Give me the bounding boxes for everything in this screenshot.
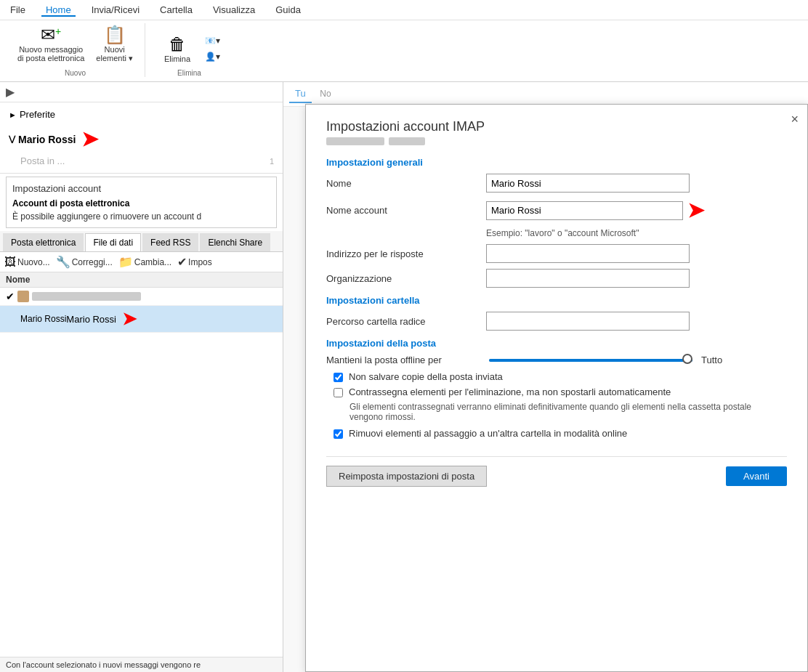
move-button[interactable]: 📧▾	[202, 34, 223, 47]
folder-label: Percorso cartella radice	[326, 316, 486, 327]
rules-button[interactable]: 👤▾	[202, 50, 223, 63]
list-item-2[interactable]: Mario Rossi Mario Rossi ➤	[0, 306, 283, 333]
account-icon-1	[17, 291, 29, 302]
preferiti-item[interactable]: ► Preferite	[0, 107, 283, 122]
new-message-icon: ✉+	[41, 26, 61, 44]
menu-bar: File Home Invia/Ricevi Cartella Visualiz…	[0, 0, 808, 20]
ribbon-group-nuovo-label: Nuovo	[65, 69, 86, 77]
slider-label: Mantieni la posta offline per	[326, 355, 486, 365]
cambia-btn[interactable]: 📁 Cambia...	[118, 255, 171, 269]
correggi-label: Correggi...	[72, 257, 113, 267]
list-item-1[interactable]: ✔	[0, 288, 283, 306]
checkbox-1-text: Non salvare copie della posta inviata	[349, 371, 503, 382]
nuovo-label: Nuovo...	[17, 257, 50, 267]
nome-row: Nome	[326, 174, 787, 193]
ribbon-group-nuovo: ✉+ Nuovo messaggiodi posta elettronica 📋…	[6, 23, 145, 77]
menu-invia-ricevi[interactable]: Invia/Ricevi	[87, 3, 144, 17]
menu-visualizza[interactable]: Visualizza	[209, 3, 259, 17]
sidebar-nav: ▶	[0, 82, 283, 102]
slider-fill	[489, 359, 692, 362]
delete-label: Elimina	[164, 54, 190, 63]
slider-row: Mantieni la posta offline per Tutto	[326, 355, 787, 365]
subtitle-blurred-2	[389, 137, 425, 145]
folder-input[interactable]	[486, 312, 690, 331]
next-button[interactable]: Avanti	[726, 466, 787, 486]
folder-section-header: Impostazioni cartella	[326, 295, 787, 306]
account-toolbar: 🖼 Nuovo... 🔧 Correggi... 📁 Cambia... ✔ I…	[0, 252, 283, 272]
account-settings-panel: Impostazioni account Account di posta el…	[6, 177, 277, 228]
tab-posta[interactable]: Posta elettronica	[3, 233, 84, 251]
impos-btn[interactable]: ✔ Impos	[177, 255, 212, 269]
cambia-label: Cambia...	[134, 257, 171, 267]
nome-label: Nome	[326, 178, 486, 189]
org-row: Organizzazione	[326, 269, 787, 288]
move-icon: 📧▾	[205, 36, 220, 46]
delete-button[interactable]: 🗑 Elimina	[155, 33, 199, 66]
account-name-list: Mario Rossi	[20, 314, 66, 324]
new-items-label: Nuovielementi ▾	[96, 45, 133, 63]
nuovo-icon: 🖼	[4, 256, 16, 269]
arrow-annotation-3: ➤	[122, 309, 137, 329]
nome-account-hint: Esempio: "lavoro" o "account Microsoft"	[486, 228, 787, 238]
account-arrow-icon: ⋁	[9, 134, 15, 144]
general-section-header: Impostazioni generali	[326, 157, 787, 168]
correggi-btn[interactable]: 🔧 Correggi...	[56, 255, 113, 269]
nome-account-input[interactable]	[486, 201, 683, 220]
account-desc-bold: Account di posta elettronica	[12, 198, 270, 209]
menu-file[interactable]: File	[6, 3, 30, 17]
reset-button[interactable]: Reimposta impostazioni di posta	[326, 466, 487, 487]
menu-cartella[interactable]: Cartella	[155, 3, 197, 17]
nome-input[interactable]	[486, 174, 690, 193]
arrow-annotation-1: ➤	[81, 127, 98, 151]
nuovo-btn[interactable]: 🖼 Nuovo...	[4, 256, 50, 269]
org-input[interactable]	[486, 269, 690, 288]
account-settings-title: Impostazioni account	[12, 183, 270, 194]
new-message-label: Nuovo messaggiodi posta elettronica	[17, 45, 84, 62]
reply-row: Indirizzo per le risposte	[326, 244, 787, 263]
right-area: Tu No × Impostazioni account IMAP Impost…	[283, 82, 808, 672]
checkbox-3[interactable]	[334, 429, 343, 439]
account-item[interactable]: ⋁ Mario Rossi ➤	[0, 125, 283, 153]
collapse-button[interactable]: ▶	[6, 85, 15, 99]
tab-elenchi[interactable]: Elenchi Share	[200, 233, 270, 251]
new-items-button[interactable]: 📋 Nuovielementi ▾	[92, 23, 137, 66]
posta-count: 1	[270, 157, 274, 166]
checkbox-3-text: Rimuovi elementi al passaggio a un'altra…	[349, 428, 627, 439]
checkbox-2-subtext: Gli elementi contrassegnati verranno eli…	[326, 402, 787, 422]
dialog-close-button[interactable]: ×	[791, 112, 799, 127]
checkbox-2[interactable]	[334, 388, 343, 397]
tab-feed-rss[interactable]: Feed RSS	[142, 233, 198, 251]
slider-value: Tutto	[701, 355, 722, 365]
impos-label: Impos	[188, 257, 212, 267]
dialog-subtitle	[326, 137, 787, 145]
dialog-overlay: × Impostazioni account IMAP Impostazioni…	[283, 82, 808, 672]
org-label: Organizzazione	[326, 273, 486, 284]
menu-guida[interactable]: Guida	[271, 3, 305, 17]
delete-icon: 🗑	[169, 36, 186, 53]
mail-section-header: Impostazioni della posta	[326, 338, 787, 349]
folder-area: ► Preferite ⋁ Mario Rossi ➤ Posta in ...…	[0, 102, 283, 174]
cambia-icon: 📁	[118, 255, 133, 269]
checkbox-1[interactable]	[334, 373, 343, 382]
dialog-title: Impostazioni account IMAP	[326, 119, 787, 134]
subtitle-blurred-1	[326, 137, 384, 145]
checkbox-row-2: Contrassegna elementi per l'eliminazione…	[326, 386, 787, 397]
tab-file-dati[interactable]: File di dati	[85, 233, 141, 251]
slider-track[interactable]	[489, 359, 692, 362]
new-items-icon: 📋	[104, 26, 126, 44]
imap-settings-dialog: × Impostazioni account IMAP Impostazioni…	[305, 104, 808, 672]
checkbox-row-1: Non salvare copie della posta inviata	[326, 371, 787, 382]
new-message-button[interactable]: ✉+ Nuovo messaggiodi posta elettronica	[13, 23, 89, 66]
outlook-window: File Home Invia/Ricevi Cartella Visualiz…	[0, 0, 808, 672]
ribbon: ✉+ Nuovo messaggiodi posta elettronica 📋…	[0, 20, 808, 82]
preferiti-label: Preferite	[20, 109, 55, 120]
preferiti-arrow-icon: ►	[9, 110, 17, 119]
check-icon-1: ✔	[6, 291, 15, 302]
bottom-status: Con l'account selezionato i nuovi messag…	[0, 657, 283, 672]
reply-input[interactable]	[486, 244, 690, 263]
menu-home[interactable]: Home	[41, 3, 76, 17]
impos-icon: ✔	[177, 255, 187, 269]
posta-item[interactable]: Posta in ... 1	[0, 153, 283, 169]
account-desc-text: È possibile aggiungere o rimuovere un ac…	[12, 211, 270, 222]
slider-thumb[interactable]	[682, 354, 692, 364]
